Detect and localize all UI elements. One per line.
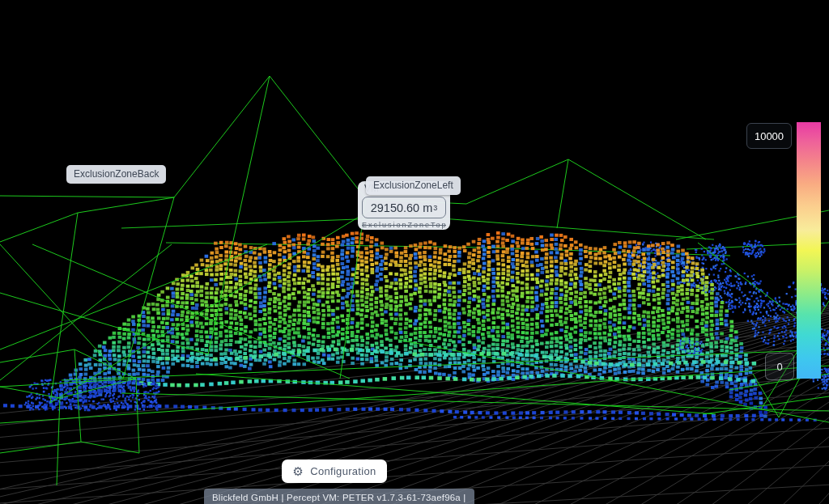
colorbar-min-label: 0: [765, 353, 794, 380]
configuration-button[interactable]: ⚙ Configuration: [282, 460, 387, 483]
exclusion-zone-back-label: ExclusionZoneBack: [66, 165, 166, 184]
configuration-button-label: Configuration: [310, 465, 376, 477]
exclusion-zone-left-label: ExclusionZoneLeft: [366, 176, 461, 195]
colorbar-max-label: 10000: [746, 123, 792, 149]
version-status-bar: Blickfeld GmbH | Percept VM: PETER v1.7.…: [204, 489, 474, 504]
volume-value: 29150.60 m: [371, 201, 433, 214]
percept-3d-view: ExclusionZoneBack VM 29150.60 m3 Exclusi…: [0, 0, 829, 504]
viewport-canvas[interactable]: [0, 0, 829, 504]
gear-icon: ⚙: [293, 465, 304, 477]
volume-unit-exponent: 3: [433, 204, 437, 212]
height-colorbar: [797, 122, 821, 379]
exclusion-zone-top-label: ExclusionZoneTop: [362, 221, 446, 229]
volume-value-box: 29150.60 m3: [362, 197, 446, 218]
